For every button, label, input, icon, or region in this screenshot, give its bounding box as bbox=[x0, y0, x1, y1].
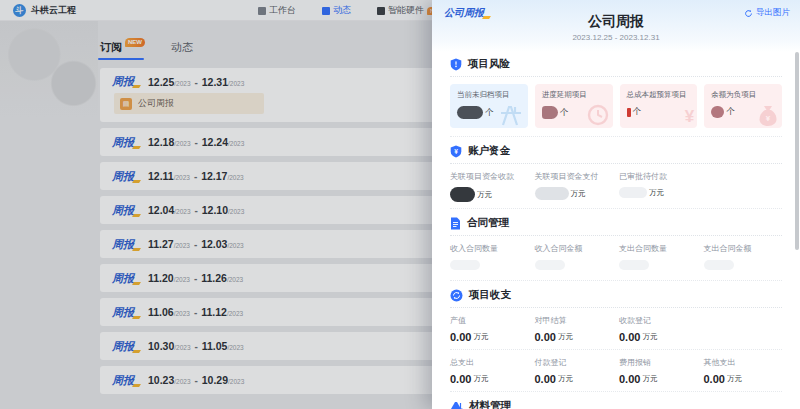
weekly-report-stamp-icon: 周报 bbox=[112, 203, 139, 218]
funds-shield-icon: ¥ bbox=[450, 145, 462, 158]
section-project-finance: 项目收支 bbox=[450, 281, 782, 308]
shield-alert-icon bbox=[450, 58, 462, 71]
weekly-report-stamp-icon: 周报 bbox=[112, 237, 139, 252]
redacted-value bbox=[535, 187, 569, 200]
redacted-value bbox=[457, 106, 483, 119]
redacted-value bbox=[450, 187, 475, 202]
tab-subscribe[interactable]: 订阅 NEW bbox=[100, 40, 145, 55]
nav-menu: 工作台 动态 智能硬件 NEW bbox=[258, 0, 447, 21]
weekly-report-stamp-icon: 周报 bbox=[112, 373, 139, 388]
redacted-value bbox=[627, 108, 631, 117]
stat-owner-settlement: 对甲结算 0.00 万元 bbox=[535, 315, 614, 343]
date-range: 10.30/2023 - 11.05/2023 bbox=[148, 340, 244, 352]
stat-expense-reimbursement: 费用报销 0.00 万元 bbox=[619, 357, 698, 385]
date-range: 11.20/2023 - 11.26/2023 bbox=[148, 272, 243, 284]
report-doc-icon: ▤ bbox=[120, 98, 132, 110]
report-date-range: 2023.12.25 - 2023.12.31 bbox=[432, 33, 800, 42]
smart-hardware-icon bbox=[377, 7, 385, 15]
contract-stats: 收入合同数量 收入合同金额 支出合同数量 支出合同金额 bbox=[450, 236, 782, 281]
weekly-report-stamp-icon: 周报 bbox=[112, 169, 139, 184]
stat-fund-payments: 关联项目资金支付 万元 bbox=[535, 171, 614, 202]
yuan-icon: ¥ bbox=[685, 107, 694, 127]
brand[interactable]: 斗 斗栱云工程 bbox=[13, 4, 76, 17]
crane-icon bbox=[499, 103, 525, 127]
activity-icon bbox=[322, 7, 330, 15]
decorative-banner bbox=[0, 21, 98, 117]
date-range: 12.11/2023 - 12.17/2023 bbox=[148, 170, 244, 182]
stat-output-value: 产值 0.00 万元 bbox=[450, 315, 529, 343]
date-range: 11.27/2023 - 12.03/2023 bbox=[148, 238, 244, 250]
redacted-value bbox=[619, 187, 647, 198]
svg-text:¥: ¥ bbox=[454, 147, 458, 154]
stat-income-contract-count: 收入合同数量 bbox=[450, 243, 529, 274]
stat-receipt-registration: 收款登记 0.00 万元 bbox=[619, 315, 698, 343]
nav-item-activity[interactable]: 动态 bbox=[322, 4, 351, 17]
stat-fund-receipts: 关联项目资金收款 万元 bbox=[450, 171, 529, 202]
panel-scrollbar-thumb[interactable] bbox=[795, 52, 799, 250]
section-project-risk: 项目风险 bbox=[450, 50, 782, 77]
weekly-report-stamp-icon: 周报 bbox=[112, 271, 139, 286]
weekly-report-stamp-icon: 周报 bbox=[112, 305, 139, 320]
stat-other-expense: 其他支出 0.00 万元 bbox=[704, 357, 783, 385]
finance-cycle-icon bbox=[450, 289, 463, 302]
app-window: 斗 斗栱云工程 工作台 动态 智能硬件 NEW bbox=[0, 0, 800, 409]
stat-approved-pending: 已审批待付款 万元 bbox=[619, 171, 698, 202]
finance-stats-row2: 总支出 0.00 万元 付款登记 0.00 万元 费用报销 0.00 万元 其他… bbox=[450, 350, 782, 392]
stat-total-expense: 总支出 0.00 万元 bbox=[450, 357, 529, 385]
workbench-icon bbox=[258, 7, 266, 15]
risk-card-delayed[interactable]: 进度延期项目 个 bbox=[535, 84, 613, 128]
date-range: 11.06/2023 - 11.12/2023 bbox=[148, 306, 243, 318]
subscribe-badge: NEW bbox=[125, 38, 145, 47]
stat-income-contract-amount: 收入合同金额 bbox=[535, 243, 614, 274]
weekly-report-stamp-icon: 周报 bbox=[112, 339, 139, 354]
weekly-report-stamp-icon: 周报 bbox=[112, 74, 139, 89]
section-account-funds: ¥ 账户资金 bbox=[450, 137, 782, 164]
redacted-value bbox=[450, 260, 480, 270]
date-range: 12.25/2023 - 12.31/2023 bbox=[148, 76, 244, 88]
date-range: 12.04/2023 - 12.10/2023 bbox=[148, 204, 244, 216]
redacted-value bbox=[535, 260, 565, 270]
redacted-value bbox=[619, 260, 649, 270]
redacted-value bbox=[542, 106, 558, 119]
tab-activity[interactable]: 动态 bbox=[171, 40, 193, 55]
stat-expense-contract-count: 支出合同数量 bbox=[619, 243, 698, 274]
redacted-value bbox=[704, 260, 734, 270]
redacted-value bbox=[711, 106, 724, 118]
company-weekly-report-drawer: 公司周报 导出图片 公司周报 2023.12.25 - 2023.12.31 项… bbox=[432, 0, 800, 409]
risk-card-unarchived[interactable]: 当前未归档项目 个 bbox=[450, 84, 528, 128]
forklift-icon bbox=[450, 400, 463, 409]
clock-icon bbox=[586, 103, 610, 127]
section-material-management: 材料管理 bbox=[450, 392, 782, 409]
risk-cards: 当前未归档项目 个 进度延期项目 个 bbox=[450, 77, 782, 137]
svg-text:¥: ¥ bbox=[766, 114, 771, 123]
report-body: 项目风险 当前未归档项目 个 进度延期项目 bbox=[432, 50, 800, 409]
risk-card-negative-balance[interactable]: 余额为负项目 个 ¥ bbox=[704, 84, 782, 128]
nav-item-workbench[interactable]: 工作台 bbox=[258, 4, 296, 17]
report-title: 公司周报 bbox=[432, 13, 800, 31]
finance-stats-row1: 产值 0.00 万元 对甲结算 0.00 万元 收款登记 0.00 万元 bbox=[450, 308, 782, 350]
account-funds-stats: 关联项目资金收款 万元 关联项目资金支付 万元 已审批待付款 万元 bbox=[450, 164, 782, 209]
brand-logo-icon: 斗 bbox=[13, 4, 26, 17]
weekly-report-stamp-icon: 周报 bbox=[112, 135, 139, 150]
section-contract-management: 合同管理 bbox=[450, 209, 782, 236]
company-report-entry[interactable]: ▤ 公司周报 bbox=[114, 93, 264, 114]
risk-card-over-budget[interactable]: 总成本超预算项目 个 ¥ bbox=[620, 84, 698, 128]
money-bag-icon: ¥ bbox=[757, 104, 779, 127]
stat-payment-registration: 付款登记 0.00 万元 bbox=[535, 357, 614, 385]
stat-expense-contract-amount: 支出合同金额 bbox=[704, 243, 783, 274]
date-range: 10.23/2023 - 10.29/2023 bbox=[148, 374, 244, 386]
date-range: 12.18/2023 - 12.24/2023 bbox=[148, 136, 244, 148]
contract-doc-icon bbox=[450, 217, 461, 230]
brand-name: 斗栱云工程 bbox=[31, 4, 76, 17]
